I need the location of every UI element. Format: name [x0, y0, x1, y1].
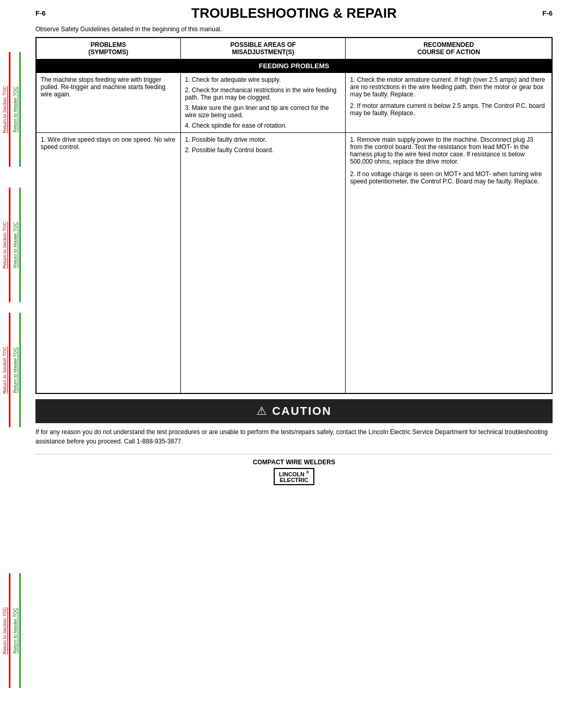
- sidebar-group-4: Return to Section TOC Return to Master T…: [0, 573, 21, 688]
- logo-company: LINCOLN: [279, 471, 304, 477]
- possible-2: 1. Possible faulty drive motor. 2. Possi…: [180, 133, 346, 393]
- problem-2: 1. Wire drive speed stays on one speed. …: [36, 133, 180, 393]
- feeding-problems-label: FEEDING PROBLEMS: [36, 59, 552, 73]
- caution-title: CAUTION: [272, 404, 332, 418]
- product-name: COMPACT WIRE WELDERS: [35, 459, 553, 466]
- sidebar-master-toc-3[interactable]: Return to Master TOC: [10, 313, 21, 427]
- sidebar-master-toc-2[interactable]: Return to Master TOC: [10, 188, 21, 302]
- possible-1: 1. Check for adequate wire supply. 2. Ch…: [180, 73, 346, 133]
- logo-reg: ®: [306, 470, 309, 475]
- possible-item: 2. Check for mechanical restrictions in …: [185, 87, 341, 101]
- company-logo: LINCOLN ® ELECTRIC: [274, 468, 314, 486]
- page-header: F-6 TROUBLESHOOTING & REPAIR F-6: [35, 5, 553, 21]
- caution-description: If for any reason you do not understand …: [35, 427, 553, 446]
- recommended-item: 2. If no voltage charge is seen on MOT+ …: [350, 170, 547, 185]
- safety-note: Observe Safety Guidelines detailed in th…: [35, 26, 553, 33]
- col-header-possible: POSSIBLE AREAS OFMISADJUSTMENT(S): [180, 38, 346, 59]
- page-title: TROUBLESHOOTING & REPAIR: [46, 5, 543, 21]
- sidebar-master-toc-1[interactable]: Return to Master TOC: [10, 52, 21, 167]
- recommended-2: 1. Remove main supply power to the machi…: [346, 133, 552, 393]
- page-footer: COMPACT WIRE WELDERS LINCOLN ® ELECTRIC: [35, 454, 553, 486]
- page-number-right: F-6: [543, 9, 553, 17]
- logo-sub: ELECTRIC: [279, 477, 308, 483]
- possible-item: 1. Possible faulty drive motor.: [185, 136, 341, 143]
- table-row: The machine stops feeding wire with trig…: [36, 73, 552, 133]
- col-header-recommended: RECOMMENDEDCOURSE OF ACTION: [346, 38, 552, 59]
- section-header-feeding: FEEDING PROBLEMS: [36, 59, 552, 73]
- troubleshooting-table: PROBLEMS(SYMPTOMS) POSSIBLE AREAS OFMISA…: [35, 37, 553, 394]
- table-row: 1. Wire drive speed stays on one speed. …: [36, 133, 552, 393]
- recommended-item: 1. Remove main supply power to the machi…: [350, 136, 547, 165]
- table-header-row: PROBLEMS(SYMPTOMS) POSSIBLE AREAS OFMISA…: [36, 38, 552, 59]
- col-header-problems: PROBLEMS(SYMPTOMS): [36, 38, 180, 59]
- problem-1: The machine stops feeding wire with trig…: [36, 73, 180, 133]
- sidebar-group-2: Return to Section TOC Return to Master T…: [0, 188, 21, 302]
- sidebar-section-toc-4[interactable]: Return to Section TOC: [0, 573, 10, 688]
- sidebar-section-toc-3[interactable]: Return to Section TOC: [0, 313, 10, 427]
- sidebar-group-3: Return to Section TOC Return to Master T…: [0, 313, 21, 427]
- sidebar-group-1: Return to Section TOC Return to Master T…: [0, 52, 21, 167]
- sidebar-master-toc-4[interactable]: Return to Master TOC: [10, 573, 21, 688]
- possible-item: 2. Possible faulty Control board.: [185, 146, 341, 154]
- page-number-left: F-6: [35, 9, 46, 17]
- possible-item: 3. Make sure the gun liner and tip are c…: [185, 104, 341, 119]
- caution-icon: ⚠: [256, 404, 267, 418]
- sidebar-section-toc-2[interactable]: Return to Section TOC: [0, 188, 10, 302]
- possible-item: 1. Check for adequate wire supply.: [185, 76, 341, 83]
- possible-item: 4. Check spindle for ease of rotation.: [185, 122, 341, 129]
- recommended-item: 2. If motor armature current is below 2.…: [350, 102, 547, 117]
- sidebar-section-toc-1[interactable]: Return to Section TOC: [0, 52, 10, 167]
- caution-box: ⚠ CAUTION: [35, 399, 553, 423]
- main-content: F-6 TROUBLESHOOTING & REPAIR F-6 Observe…: [30, 0, 563, 496]
- left-sidebar: Return to Section TOC Return to Master T…: [0, 0, 29, 728]
- recommended-item: 1. Check the motor armature current. If …: [350, 76, 547, 98]
- recommended-1: 1. Check the motor armature current. If …: [346, 73, 552, 133]
